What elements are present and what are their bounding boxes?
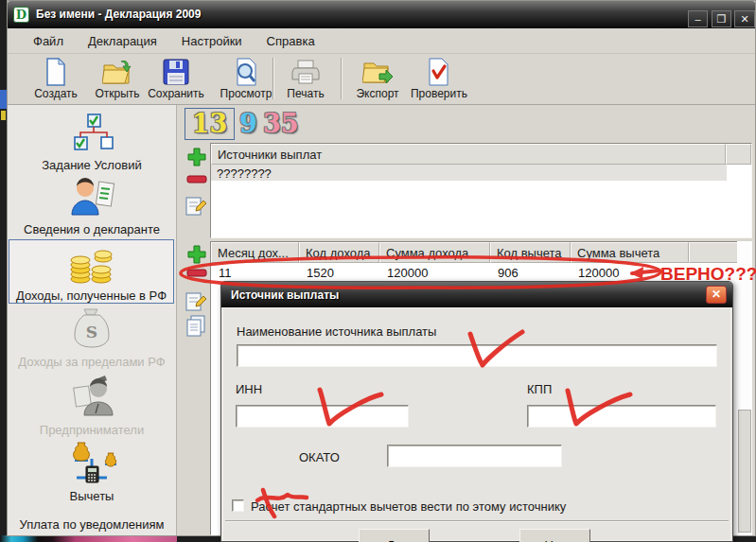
add-source-button[interactable] bbox=[185, 147, 208, 171]
print-button[interactable]: Печать bbox=[279, 56, 332, 103]
menu-file[interactable]: Файл bbox=[23, 31, 74, 51]
open-folder-icon bbox=[102, 56, 132, 87]
standard-deductions-checkbox[interactable] bbox=[232, 499, 244, 512]
new-button[interactable]: Создать bbox=[25, 56, 87, 103]
menu-help[interactable]: Справка bbox=[256, 31, 325, 51]
tab-rate-9[interactable]: 9 bbox=[239, 110, 257, 138]
source-name-label: Наименование источника выплаты bbox=[237, 324, 436, 339]
open-button[interactable]: Открыть bbox=[89, 56, 146, 103]
sidebar-item-income-rf[interactable]: Доходы, полученные в РФ bbox=[9, 239, 174, 304]
toolbar-label: Печать bbox=[287, 87, 324, 100]
tab-rate-13-label: 13 bbox=[192, 110, 228, 138]
kpp-input[interactable] bbox=[527, 405, 716, 428]
no-button[interactable]: Нет bbox=[519, 529, 590, 542]
save-button[interactable]: Сохранить bbox=[142, 56, 210, 103]
payment-source-dialog: Источник выплаты ✕ Наименование источник… bbox=[220, 281, 733, 542]
deductions-scale-icon bbox=[65, 440, 118, 489]
menu-declaration[interactable]: Декларация bbox=[78, 31, 167, 51]
verify-button[interactable]: Проверить bbox=[407, 56, 471, 103]
kpp-label: КПП bbox=[527, 382, 552, 396]
dialog-close-icon[interactable]: ✕ bbox=[706, 286, 727, 304]
export-folder-icon bbox=[362, 56, 393, 87]
source-name: ???????? bbox=[211, 165, 275, 181]
column-header-deduction-sum[interactable]: Сумма вычета bbox=[571, 242, 689, 263]
edit-icon bbox=[185, 289, 207, 312]
remove-income-button[interactable] bbox=[186, 266, 207, 283]
conditions-flowchart-icon bbox=[67, 113, 116, 158]
column-header-income-code[interactable]: Код дохода bbox=[299, 242, 379, 263]
sidebar-item-declarant[interactable]: Сведения о декларанте bbox=[9, 178, 174, 236]
source-row[interactable]: ???????? bbox=[211, 165, 727, 181]
column-header-income-sum[interactable]: Сумма дохода bbox=[379, 242, 490, 263]
dialog-divider bbox=[225, 520, 729, 522]
svg-text:S: S bbox=[86, 323, 97, 341]
standard-deductions-label: Расчет стандартных вычетов вести по этом… bbox=[251, 499, 566, 514]
toolbar-label: Сохранить bbox=[148, 87, 204, 100]
close-button[interactable]: ✕ bbox=[734, 10, 755, 27]
plus-icon bbox=[185, 147, 208, 167]
sidebar-item-entrepreneurs: Предприниматели bbox=[9, 375, 174, 437]
desktop-fragment bbox=[0, 90, 7, 109]
source-name-input[interactable] bbox=[237, 344, 717, 367]
verify-check-icon bbox=[427, 56, 451, 87]
yes-button[interactable]: Да bbox=[359, 529, 430, 542]
toolbar-label: Просмотр bbox=[220, 87, 273, 100]
minus-icon bbox=[186, 174, 207, 185]
sources-panel: Источники выплат ???????? bbox=[210, 143, 752, 238]
table-scroll-thumb[interactable] bbox=[738, 410, 751, 533]
inn-label: ИНН bbox=[236, 382, 262, 396]
declarant-person-icon bbox=[66, 177, 117, 222]
save-floppy-icon bbox=[163, 56, 189, 87]
app-logo-icon: D bbox=[13, 7, 29, 23]
okato-label: ОКАТО bbox=[299, 450, 340, 464]
sources-header[interactable]: Источники выплат bbox=[211, 144, 726, 165]
tab-rate-35[interactable]: 35 bbox=[263, 110, 299, 138]
copy-icon bbox=[185, 314, 207, 337]
cell-month: 11 bbox=[211, 264, 299, 281]
sidebar-item-payments-notifications[interactable]: Уплата по уведомлениям bbox=[9, 511, 174, 532]
cell-income-sum: 120000 bbox=[379, 264, 490, 281]
remove-source-button[interactable] bbox=[186, 172, 207, 189]
entrepreneurs-icon bbox=[67, 374, 116, 423]
inn-input[interactable] bbox=[236, 405, 409, 428]
desktop-fragment bbox=[1, 111, 6, 120]
edit-source-button[interactable] bbox=[185, 194, 207, 220]
sidebar-item-label: Вычеты bbox=[70, 489, 114, 503]
toolbar-separator bbox=[341, 58, 343, 99]
sidebar-item-label: Уплата по уведомлениям bbox=[20, 517, 165, 532]
column-header-month[interactable]: Месяц дох... bbox=[211, 242, 299, 263]
edit-income-button[interactable] bbox=[185, 289, 207, 316]
sidebar-item-label: Предприниматели bbox=[40, 423, 144, 437]
tab-rate-13[interactable]: 13 bbox=[185, 108, 235, 140]
minimize-button[interactable]: – bbox=[688, 10, 708, 27]
preview-icon bbox=[233, 56, 259, 87]
minus-icon bbox=[186, 268, 207, 279]
menu-bar: Файл Декларация Настройки Справка bbox=[8, 29, 755, 54]
sidebar-item-label: Задание Условий bbox=[42, 158, 141, 172]
menu-settings[interactable]: Настройки bbox=[171, 31, 253, 51]
sidebar-item-label: Доходы, полученные в РФ bbox=[16, 288, 167, 303]
copy-income-button[interactable] bbox=[185, 314, 207, 341]
edit-icon bbox=[185, 194, 207, 217]
preview-button[interactable]: Просмотр bbox=[216, 56, 276, 103]
coins-icon bbox=[65, 247, 118, 288]
desktop-taskbar-strip bbox=[0, 535, 177, 542]
dialog-title: Источник выплаты bbox=[231, 288, 339, 302]
maximize-button[interactable]: ❒ bbox=[712, 10, 731, 27]
income-header-row: Месяц дох... Код дохода Сумма дохода Код… bbox=[211, 242, 751, 263]
toolbar-label: Открыть bbox=[95, 87, 139, 100]
sidebar-item-label: Сведения о декларанте bbox=[24, 222, 160, 236]
sidebar-item-deductions[interactable]: Вычеты bbox=[9, 443, 174, 503]
toolbar: Создать Открыть Сохранить Просмотр Печа bbox=[8, 54, 755, 105]
sources-header-spare bbox=[726, 144, 751, 165]
sidebar-item-conditions[interactable]: Задание Условий bbox=[9, 110, 174, 172]
toolbar-label: Создать bbox=[34, 87, 78, 100]
okato-input[interactable] bbox=[387, 445, 562, 467]
export-button[interactable]: Экспорт bbox=[350, 56, 405, 103]
sidebar-item-label: Доходы за пределами РФ bbox=[18, 355, 165, 369]
income-row[interactable]: 11 1520 120000 906 120000 bbox=[211, 263, 751, 281]
column-header-deduction-code[interactable]: Код вычета bbox=[490, 242, 571, 263]
print-icon bbox=[291, 56, 320, 87]
money-bag-icon: S bbox=[71, 307, 113, 355]
cell-deduction-code: 906 bbox=[490, 264, 571, 281]
